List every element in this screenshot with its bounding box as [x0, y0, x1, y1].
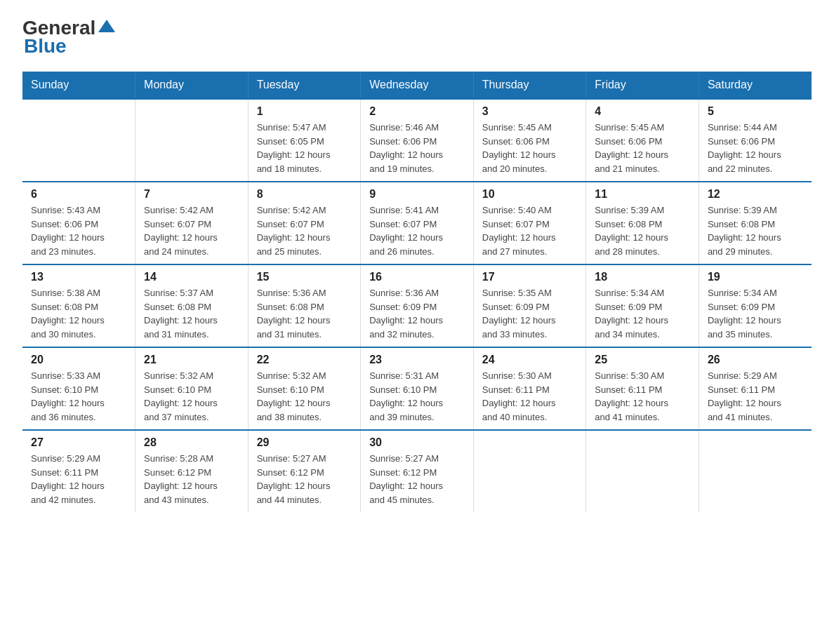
- day-number: 9: [369, 188, 465, 201]
- calendar-cell: 15Sunrise: 5:36 AM Sunset: 6:08 PM Dayli…: [248, 264, 361, 347]
- day-info: Sunrise: 5:35 AM Sunset: 6:09 PM Dayligh…: [482, 286, 578, 341]
- day-info: Sunrise: 5:27 AM Sunset: 6:12 PM Dayligh…: [257, 452, 352, 507]
- calendar-cell: 26Sunrise: 5:29 AM Sunset: 6:11 PM Dayli…: [699, 347, 812, 430]
- calendar-cell: 9Sunrise: 5:41 AM Sunset: 6:07 PM Daylig…: [361, 182, 474, 264]
- week-row-2: 6Sunrise: 5:43 AM Sunset: 6:06 PM Daylig…: [22, 182, 812, 264]
- day-number: 15: [257, 271, 352, 283]
- calendar-cell: 5Sunrise: 5:44 AM Sunset: 6:06 PM Daylig…: [699, 99, 812, 182]
- day-number: 27: [31, 436, 126, 449]
- day-info: Sunrise: 5:32 AM Sunset: 6:10 PM Dayligh…: [257, 369, 352, 424]
- calendar-cell: 10Sunrise: 5:40 AM Sunset: 6:07 PM Dayli…: [473, 182, 586, 264]
- day-info: Sunrise: 5:36 AM Sunset: 6:08 PM Dayligh…: [257, 286, 352, 341]
- day-info: Sunrise: 5:42 AM Sunset: 6:07 PM Dayligh…: [257, 203, 352, 258]
- day-number: 2: [369, 105, 465, 118]
- calendar-cell: 2Sunrise: 5:46 AM Sunset: 6:06 PM Daylig…: [361, 99, 474, 182]
- day-number: 22: [257, 354, 352, 366]
- calendar-cell: [473, 430, 586, 512]
- calendar-cell: 25Sunrise: 5:30 AM Sunset: 6:11 PM Dayli…: [586, 347, 699, 430]
- day-number: 17: [482, 271, 578, 283]
- day-number: 5: [708, 105, 803, 118]
- column-header-tuesday: Tuesday: [248, 72, 361, 99]
- calendar-cell: 13Sunrise: 5:38 AM Sunset: 6:08 PM Dayli…: [22, 264, 135, 347]
- logo: General Blue: [22, 17, 117, 58]
- calendar-cell: [586, 430, 699, 512]
- day-number: 21: [144, 354, 239, 366]
- day-number: 8: [257, 188, 352, 201]
- day-info: Sunrise: 5:37 AM Sunset: 6:08 PM Dayligh…: [144, 286, 239, 341]
- calendar-cell: 16Sunrise: 5:36 AM Sunset: 6:09 PM Dayli…: [361, 264, 474, 347]
- day-info: Sunrise: 5:29 AM Sunset: 6:11 PM Dayligh…: [708, 369, 803, 424]
- week-row-5: 27Sunrise: 5:29 AM Sunset: 6:11 PM Dayli…: [22, 430, 812, 512]
- day-info: Sunrise: 5:45 AM Sunset: 6:06 PM Dayligh…: [482, 121, 578, 175]
- day-info: Sunrise: 5:41 AM Sunset: 6:07 PM Dayligh…: [369, 203, 465, 258]
- column-header-saturday: Saturday: [699, 72, 812, 99]
- day-number: 20: [31, 354, 126, 366]
- week-row-3: 13Sunrise: 5:38 AM Sunset: 6:08 PM Dayli…: [22, 264, 812, 347]
- day-number: 25: [595, 354, 690, 366]
- day-info: Sunrise: 5:36 AM Sunset: 6:09 PM Dayligh…: [369, 286, 465, 341]
- day-info: Sunrise: 5:46 AM Sunset: 6:06 PM Dayligh…: [369, 121, 465, 175]
- calendar-cell: [135, 99, 249, 182]
- day-number: 12: [708, 188, 803, 201]
- calendar-cell: 21Sunrise: 5:32 AM Sunset: 6:10 PM Dayli…: [135, 347, 249, 430]
- calendar-cell: 29Sunrise: 5:27 AM Sunset: 6:12 PM Dayli…: [248, 430, 361, 512]
- calendar-cell: 22Sunrise: 5:32 AM Sunset: 6:10 PM Dayli…: [248, 347, 361, 430]
- day-info: Sunrise: 5:32 AM Sunset: 6:10 PM Dayligh…: [144, 369, 239, 424]
- day-info: Sunrise: 5:42 AM Sunset: 6:07 PM Dayligh…: [144, 203, 239, 258]
- calendar-cell: 7Sunrise: 5:42 AM Sunset: 6:07 PM Daylig…: [135, 182, 249, 264]
- day-info: Sunrise: 5:30 AM Sunset: 6:11 PM Dayligh…: [482, 369, 578, 424]
- day-info: Sunrise: 5:34 AM Sunset: 6:09 PM Dayligh…: [708, 286, 803, 341]
- calendar-cell: 1Sunrise: 5:47 AM Sunset: 6:05 PM Daylig…: [248, 99, 361, 182]
- column-header-wednesday: Wednesday: [361, 72, 474, 99]
- day-number: 7: [144, 188, 239, 201]
- day-number: 23: [369, 354, 465, 366]
- calendar-cell: 6Sunrise: 5:43 AM Sunset: 6:06 PM Daylig…: [22, 182, 135, 264]
- day-info: Sunrise: 5:31 AM Sunset: 6:10 PM Dayligh…: [369, 369, 465, 424]
- day-number: 10: [482, 188, 578, 201]
- day-info: Sunrise: 5:39 AM Sunset: 6:08 PM Dayligh…: [708, 203, 803, 258]
- calendar-body: 1Sunrise: 5:47 AM Sunset: 6:05 PM Daylig…: [22, 99, 812, 512]
- day-info: Sunrise: 5:29 AM Sunset: 6:11 PM Dayligh…: [31, 452, 126, 507]
- day-info: Sunrise: 5:33 AM Sunset: 6:10 PM Dayligh…: [31, 369, 126, 424]
- calendar-cell: 18Sunrise: 5:34 AM Sunset: 6:09 PM Dayli…: [586, 264, 699, 347]
- calendar-cell: 28Sunrise: 5:28 AM Sunset: 6:12 PM Dayli…: [135, 430, 249, 512]
- day-info: Sunrise: 5:39 AM Sunset: 6:08 PM Dayligh…: [595, 203, 690, 258]
- day-number: 1: [257, 105, 352, 118]
- header-row: SundayMondayTuesdayWednesdayThursdayFrid…: [22, 72, 812, 99]
- column-header-thursday: Thursday: [473, 72, 586, 99]
- calendar-cell: 14Sunrise: 5:37 AM Sunset: 6:08 PM Dayli…: [135, 264, 249, 347]
- day-number: 28: [144, 436, 239, 449]
- day-number: 14: [144, 271, 239, 283]
- day-info: Sunrise: 5:47 AM Sunset: 6:05 PM Dayligh…: [257, 121, 352, 175]
- day-number: 30: [369, 436, 465, 449]
- day-number: 6: [31, 188, 126, 201]
- calendar-cell: 12Sunrise: 5:39 AM Sunset: 6:08 PM Dayli…: [699, 182, 812, 264]
- calendar-cell: 23Sunrise: 5:31 AM Sunset: 6:10 PM Dayli…: [361, 347, 474, 430]
- week-row-4: 20Sunrise: 5:33 AM Sunset: 6:10 PM Dayli…: [22, 347, 812, 430]
- day-number: 18: [595, 271, 690, 283]
- day-number: 26: [708, 354, 803, 366]
- day-number: 29: [257, 436, 352, 449]
- calendar-cell: [699, 430, 812, 512]
- calendar-cell: 24Sunrise: 5:30 AM Sunset: 6:11 PM Dayli…: [473, 347, 586, 430]
- day-info: Sunrise: 5:45 AM Sunset: 6:06 PM Dayligh…: [595, 121, 690, 175]
- logo-blue: Blue: [24, 35, 67, 58]
- day-number: 19: [708, 271, 803, 283]
- calendar-cell: [22, 99, 135, 182]
- day-info: Sunrise: 5:38 AM Sunset: 6:08 PM Dayligh…: [31, 286, 126, 341]
- logo-icon: [97, 17, 117, 36]
- calendar-header: SundayMondayTuesdayWednesdayThursdayFrid…: [22, 72, 812, 99]
- calendar-cell: 20Sunrise: 5:33 AM Sunset: 6:10 PM Dayli…: [22, 347, 135, 430]
- day-info: Sunrise: 5:40 AM Sunset: 6:07 PM Dayligh…: [482, 203, 578, 258]
- calendar-cell: 11Sunrise: 5:39 AM Sunset: 6:08 PM Dayli…: [586, 182, 699, 264]
- calendar-cell: 17Sunrise: 5:35 AM Sunset: 6:09 PM Dayli…: [473, 264, 586, 347]
- calendar-cell: 19Sunrise: 5:34 AM Sunset: 6:09 PM Dayli…: [699, 264, 812, 347]
- calendar-cell: 4Sunrise: 5:45 AM Sunset: 6:06 PM Daylig…: [586, 99, 699, 182]
- page-header: General Blue: [22, 17, 812, 58]
- column-header-friday: Friday: [586, 72, 699, 99]
- calendar-cell: 8Sunrise: 5:42 AM Sunset: 6:07 PM Daylig…: [248, 182, 361, 264]
- day-number: 24: [482, 354, 578, 366]
- column-header-sunday: Sunday: [22, 72, 135, 99]
- day-info: Sunrise: 5:44 AM Sunset: 6:06 PM Dayligh…: [708, 121, 803, 175]
- svg-marker-0: [98, 20, 115, 32]
